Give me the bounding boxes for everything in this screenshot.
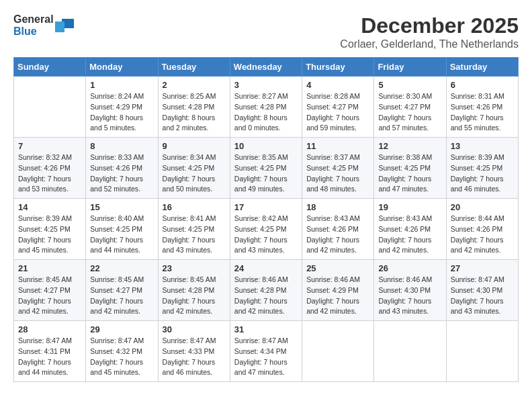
day-number: 4 — [306, 80, 369, 90]
day-number: 24 — [234, 263, 298, 273]
day-info: Sunrise: 8:47 AMSunset: 4:32 PMDaylight:… — [90, 336, 153, 378]
calendar-table: SundayMondayTuesdayWednesdayThursdayFrid… — [13, 57, 519, 382]
day-info: Sunrise: 8:30 AMSunset: 4:27 PMDaylight:… — [378, 91, 441, 134]
day-number: 27 — [451, 263, 514, 273]
day-number: 12 — [378, 141, 441, 151]
calendar-cell: 9Sunrise: 8:34 AMSunset: 4:25 PMDaylight… — [158, 138, 230, 199]
day-info: Sunrise: 8:28 AMSunset: 4:27 PMDaylight:… — [306, 91, 369, 134]
calendar-cell: 14Sunrise: 8:39 AMSunset: 4:25 PMDayligh… — [14, 199, 86, 260]
day-info: Sunrise: 8:31 AMSunset: 4:26 PMDaylight:… — [451, 91, 514, 134]
calendar-week-row: 14Sunrise: 8:39 AMSunset: 4:25 PMDayligh… — [14, 199, 519, 260]
calendar-day-header: Tuesday — [158, 58, 230, 77]
calendar-cell: 17Sunrise: 8:42 AMSunset: 4:25 PMDayligh… — [230, 199, 302, 260]
logo-general-text: General — [13, 13, 54, 25]
day-number: 21 — [18, 263, 81, 273]
day-number: 10 — [234, 141, 298, 151]
day-number: 2 — [163, 80, 226, 90]
calendar-header-row: SundayMondayTuesdayWednesdayThursdayFrid… — [14, 58, 519, 77]
day-info: Sunrise: 8:46 AMSunset: 4:28 PMDaylight:… — [234, 275, 298, 317]
day-info: Sunrise: 8:25 AMSunset: 4:28 PMDaylight:… — [163, 91, 226, 134]
day-info: Sunrise: 8:40 AMSunset: 4:25 PMDaylight:… — [90, 214, 153, 256]
calendar-day-header: Friday — [374, 58, 446, 77]
page-subtitle: Corlaer, Gelderland, The Netherlands — [340, 38, 519, 50]
calendar-day-header: Thursday — [302, 58, 374, 77]
day-number: 9 — [163, 141, 226, 151]
calendar-cell: 6Sunrise: 8:31 AMSunset: 4:26 PMDaylight… — [446, 77, 518, 138]
day-info: Sunrise: 8:34 AMSunset: 4:25 PMDaylight:… — [163, 152, 226, 195]
calendar-cell: 2Sunrise: 8:25 AMSunset: 4:28 PMDaylight… — [158, 77, 230, 138]
day-number: 6 — [451, 80, 514, 90]
calendar-cell: 31Sunrise: 8:47 AMSunset: 4:34 PMDayligh… — [230, 321, 302, 382]
svg-marker-1 — [55, 21, 64, 32]
day-number: 5 — [378, 80, 441, 90]
calendar-cell: 12Sunrise: 8:38 AMSunset: 4:25 PMDayligh… — [374, 138, 446, 199]
day-number: 31 — [234, 324, 298, 334]
calendar-cell: 27Sunrise: 8:47 AMSunset: 4:30 PMDayligh… — [446, 260, 518, 321]
day-info: Sunrise: 8:47 AMSunset: 4:30 PMDaylight:… — [451, 275, 514, 317]
day-info: Sunrise: 8:43 AMSunset: 4:26 PMDaylight:… — [378, 214, 441, 256]
calendar-cell: 28Sunrise: 8:47 AMSunset: 4:31 PMDayligh… — [14, 321, 86, 382]
day-info: Sunrise: 8:46 AMSunset: 4:30 PMDaylight:… — [378, 275, 441, 317]
calendar-cell: 7Sunrise: 8:32 AMSunset: 4:26 PMDaylight… — [14, 138, 86, 199]
day-info: Sunrise: 8:37 AMSunset: 4:25 PMDaylight:… — [306, 152, 369, 195]
calendar-cell: 22Sunrise: 8:45 AMSunset: 4:27 PMDayligh… — [86, 260, 158, 321]
calendar-cell — [446, 321, 518, 382]
calendar-cell: 21Sunrise: 8:45 AMSunset: 4:27 PMDayligh… — [14, 260, 86, 321]
calendar-cell: 5Sunrise: 8:30 AMSunset: 4:27 PMDaylight… — [374, 77, 446, 138]
calendar-cell: 20Sunrise: 8:44 AMSunset: 4:26 PMDayligh… — [446, 199, 518, 260]
day-info: Sunrise: 8:45 AMSunset: 4:27 PMDaylight:… — [90, 275, 153, 317]
day-number: 14 — [18, 202, 81, 212]
day-info: Sunrise: 8:45 AMSunset: 4:28 PMDaylight:… — [163, 275, 226, 317]
day-info: Sunrise: 8:46 AMSunset: 4:29 PMDaylight:… — [306, 275, 369, 317]
calendar-day-header: Saturday — [446, 58, 518, 77]
calendar-cell: 16Sunrise: 8:41 AMSunset: 4:25 PMDayligh… — [158, 199, 230, 260]
day-info: Sunrise: 8:38 AMSunset: 4:25 PMDaylight:… — [378, 152, 441, 195]
calendar-cell: 15Sunrise: 8:40 AMSunset: 4:25 PMDayligh… — [86, 199, 158, 260]
day-info: Sunrise: 8:47 AMSunset: 4:31 PMDaylight:… — [18, 336, 81, 378]
day-info: Sunrise: 8:42 AMSunset: 4:25 PMDaylight:… — [234, 214, 298, 256]
day-number: 28 — [18, 324, 81, 334]
day-info: Sunrise: 8:47 AMSunset: 4:34 PMDaylight:… — [234, 336, 298, 378]
calendar-cell — [14, 77, 86, 138]
calendar-week-row: 1Sunrise: 8:24 AMSunset: 4:29 PMDaylight… — [14, 77, 519, 138]
calendar-week-row: 21Sunrise: 8:45 AMSunset: 4:27 PMDayligh… — [14, 260, 519, 321]
header: General Blue December 2025 Corlaer, Geld… — [13, 13, 519, 50]
day-number: 20 — [451, 202, 514, 212]
logo-blue-text: Blue — [13, 26, 37, 37]
calendar-cell: 25Sunrise: 8:46 AMSunset: 4:29 PMDayligh… — [302, 260, 374, 321]
day-info: Sunrise: 8:24 AMSunset: 4:29 PMDaylight:… — [90, 91, 153, 134]
logo: General Blue — [13, 13, 74, 38]
day-number: 30 — [163, 324, 226, 334]
calendar-cell — [302, 321, 374, 382]
page-title: December 2025 — [340, 13, 519, 38]
calendar-cell: 4Sunrise: 8:28 AMSunset: 4:27 PMDaylight… — [302, 77, 374, 138]
day-info: Sunrise: 8:45 AMSunset: 4:27 PMDaylight:… — [18, 275, 81, 317]
calendar-cell: 19Sunrise: 8:43 AMSunset: 4:26 PMDayligh… — [374, 199, 446, 260]
day-number: 22 — [90, 263, 153, 273]
calendar-day-header: Sunday — [14, 58, 86, 77]
day-number: 18 — [306, 202, 369, 212]
calendar-cell: 3Sunrise: 8:27 AMSunset: 4:28 PMDaylight… — [230, 77, 302, 138]
calendar-cell: 26Sunrise: 8:46 AMSunset: 4:30 PMDayligh… — [374, 260, 446, 321]
day-info: Sunrise: 8:32 AMSunset: 4:26 PMDaylight:… — [18, 152, 81, 195]
day-info: Sunrise: 8:41 AMSunset: 4:25 PMDaylight:… — [163, 214, 226, 256]
day-info: Sunrise: 8:39 AMSunset: 4:25 PMDaylight:… — [451, 152, 514, 195]
calendar-week-row: 7Sunrise: 8:32 AMSunset: 4:26 PMDaylight… — [14, 138, 519, 199]
calendar-cell: 23Sunrise: 8:45 AMSunset: 4:28 PMDayligh… — [158, 260, 230, 321]
calendar-day-header: Monday — [86, 58, 158, 77]
day-number: 3 — [234, 80, 298, 90]
calendar-cell — [374, 321, 446, 382]
calendar-cell: 30Sunrise: 8:47 AMSunset: 4:33 PMDayligh… — [158, 321, 230, 382]
title-area: December 2025 Corlaer, Gelderland, The N… — [340, 13, 519, 50]
calendar-cell: 24Sunrise: 8:46 AMSunset: 4:28 PMDayligh… — [230, 260, 302, 321]
calendar-cell: 11Sunrise: 8:37 AMSunset: 4:25 PMDayligh… — [302, 138, 374, 199]
day-number: 7 — [18, 141, 81, 151]
day-number: 25 — [306, 263, 369, 273]
day-info: Sunrise: 8:35 AMSunset: 4:25 PMDaylight:… — [234, 152, 298, 195]
day-number: 13 — [451, 141, 514, 151]
day-number: 17 — [234, 202, 298, 212]
day-number: 1 — [90, 80, 153, 90]
day-number: 29 — [90, 324, 153, 334]
calendar-cell: 8Sunrise: 8:33 AMSunset: 4:26 PMDaylight… — [86, 138, 158, 199]
day-info: Sunrise: 8:27 AMSunset: 4:28 PMDaylight:… — [234, 91, 298, 134]
